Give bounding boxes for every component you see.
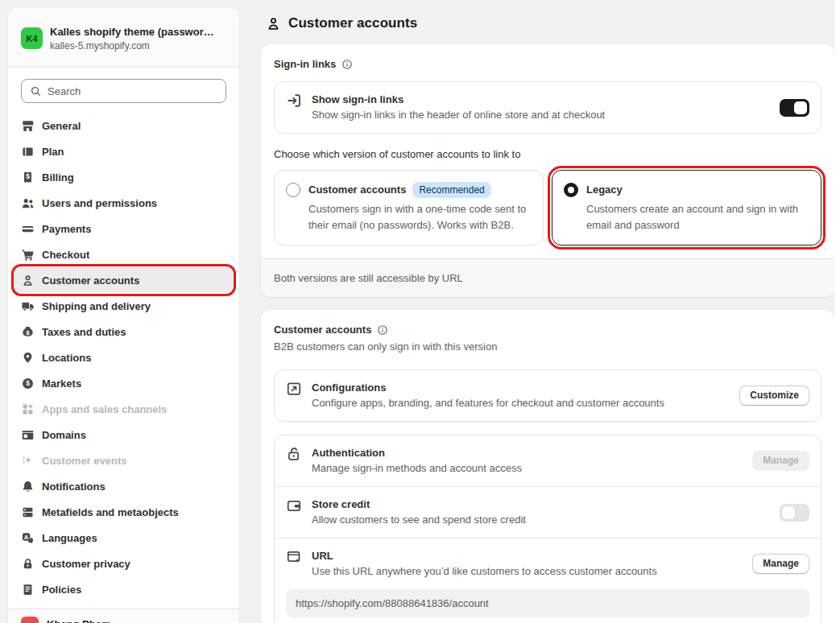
store-avatar: K4: [21, 27, 43, 49]
show-signin-title: Show sign-in links: [312, 92, 770, 107]
sidebar-item-label: Policies: [42, 584, 81, 596]
store-domain: kalles-5.myshopify.com: [50, 39, 214, 52]
customer-accounts-heading: Customer accounts: [274, 323, 371, 337]
page-title: Customer accounts: [288, 15, 417, 31]
signin-links-heading: Sign-in links: [274, 57, 336, 72]
person-icon: [266, 16, 281, 31]
manage-url-button[interactable]: Manage: [752, 554, 809, 574]
truck-icon: [21, 299, 35, 313]
sidebar-item-label: Apps and sales channels: [42, 403, 167, 415]
sidebar-item-customer-accounts[interactable]: Customer accounts: [14, 267, 233, 293]
radio-legacy[interactable]: [564, 183, 578, 197]
user-avatar: [21, 617, 39, 623]
sidebar-item-plan[interactable]: Plan: [14, 138, 233, 164]
store-credit-desc: Allow customers to see and spend store c…: [312, 512, 770, 528]
signin-links-card: Sign-in links Show sign-in links Show si…: [261, 44, 834, 297]
search-box[interactable]: [21, 79, 226, 103]
scrollbar[interactable]: [834, 0, 840, 623]
unlock-icon: [286, 446, 302, 462]
configurations-icon: [286, 381, 302, 397]
sidebar-item-customer-privacy[interactable]: Customer privacy: [14, 551, 233, 576]
svg-text:$: $: [26, 328, 30, 336]
sidebar-item-apps-channels: Apps and sales channels: [14, 396, 233, 422]
sidebar-item-domains[interactable]: Domains: [14, 422, 233, 448]
store-credit-title: Store credit: [312, 497, 770, 512]
sidebar-item-label: Plan: [42, 146, 64, 158]
store-name: Kalles shopify theme (passwor…: [50, 24, 214, 39]
location-pin-icon: [21, 351, 35, 365]
url-desc: Use this URL anywhere you’d like custome…: [312, 563, 743, 580]
plan-icon: [21, 145, 35, 159]
sidebar-item-label: Taxes and duties: [42, 326, 126, 338]
sidebar-item-metafields[interactable]: Metafields and metaobjects: [14, 499, 233, 525]
user-footer[interactable]: Khang Pham: [8, 609, 239, 623]
settings-sidebar: K4 Kalles shopify theme (passwor… kalles…: [8, 8, 239, 623]
languages-icon: A: [21, 531, 35, 545]
sidebar-item-label: Customer privacy: [42, 558, 130, 570]
sidebar-item-general[interactable]: General: [14, 113, 233, 138]
sidebar-item-label: Billing: [42, 171, 74, 184]
show-signin-toggle[interactable]: [780, 99, 809, 117]
signin-card-footer-note: Both versions are still accessible by UR…: [261, 258, 834, 297]
option-customer-accounts[interactable]: Customer accounts Recommended Customers …: [274, 170, 544, 245]
show-signin-desc: Show sign-in links in the header of onli…: [312, 107, 770, 123]
sidebar-item-label: Payments: [42, 223, 91, 235]
sidebar-item-checkout[interactable]: Checkout: [14, 241, 233, 267]
configurations-title: Configurations: [312, 380, 730, 395]
sidebar-item-label: Locations: [42, 352, 91, 364]
configurations-desc: Configure apps, branding, and features f…: [312, 395, 730, 411]
store-header[interactable]: K4 Kalles shopify theme (passwor… kalles…: [8, 8, 239, 68]
search-input[interactable]: [48, 85, 217, 97]
sidebar-item-label: Notifications: [42, 481, 106, 493]
sidebar-item-policies[interactable]: Policies: [14, 576, 233, 602]
configurations-row: Configurations Configure apps, branding,…: [274, 369, 821, 422]
customer-accounts-settings: Customer accounts Sign-in links Show sig…: [261, 0, 834, 623]
sparkle-icon: [21, 454, 35, 468]
store-icon: [21, 119, 35, 133]
svg-text:$: $: [26, 172, 30, 180]
info-icon[interactable]: [341, 59, 353, 70]
sidebar-item-label: General: [42, 120, 81, 132]
metafields-icon: [21, 505, 35, 519]
recommended-badge: Recommended: [412, 182, 490, 198]
sidebar-item-languages[interactable]: A Languages: [14, 525, 233, 551]
customer-accounts-subheading: B2B customers can only sign in with this…: [274, 339, 821, 355]
sidebar-item-notifications[interactable]: Notifications: [14, 473, 233, 499]
svg-text:$: $: [26, 379, 30, 387]
accounts-settings-group: Authentication Manage sign-in methods an…: [274, 435, 821, 623]
users-icon: [21, 196, 35, 210]
info-icon[interactable]: [377, 324, 388, 336]
choose-version-label: Choose which version of customer account…: [274, 146, 821, 162]
sidebar-item-label: Metafields and metaobjects: [42, 506, 179, 518]
sidebar-item-shipping[interactable]: Shipping and delivery: [14, 293, 233, 319]
store-credit-row: Store credit Allow customers to see and …: [275, 486, 821, 538]
sidebar-item-users-permissions[interactable]: Users and permissions: [14, 190, 233, 216]
option-legacy[interactable]: Legacy Customers create an account and s…: [552, 170, 821, 245]
money-bag-icon: $: [21, 325, 35, 339]
sidebar-item-customer-events: Customer events: [14, 448, 233, 473]
radio-customer-accounts[interactable]: [286, 183, 300, 197]
sidebar-item-label: Users and permissions: [42, 197, 157, 209]
sidebar-item-label: Shipping and delivery: [42, 300, 151, 312]
sidebar-item-billing[interactable]: $ Billing: [14, 164, 233, 190]
bell-icon: [21, 480, 35, 493]
person-icon: [21, 274, 35, 287]
sidebar-item-markets[interactable]: $ Markets: [14, 370, 233, 396]
document-icon: [21, 583, 35, 596]
globe-icon: $: [21, 377, 35, 390]
sidebar-item-label: Markets: [42, 378, 81, 390]
sidebar-item-payments[interactable]: Payments: [14, 216, 233, 241]
authentication-row: Authentication Manage sign-in methods an…: [275, 435, 821, 486]
sidebar-item-label: Checkout: [42, 249, 89, 261]
customer-accounts-card: Customer accounts B2B customers can only…: [261, 310, 834, 623]
sidebar-item-label: Customer accounts: [42, 274, 139, 287]
customize-button[interactable]: Customize: [739, 386, 809, 406]
sidebar-item-locations[interactable]: Locations: [14, 345, 233, 370]
store-credit-toggle[interactable]: [780, 504, 809, 522]
authentication-desc: Manage sign-in methods and account acces…: [312, 460, 743, 477]
apps-icon: [21, 402, 35, 416]
cart-icon: [21, 248, 35, 262]
sidebar-item-taxes[interactable]: $ Taxes and duties: [14, 319, 233, 345]
option-desc: Customers sign in with a one-time code s…: [308, 201, 532, 233]
account-url-value[interactable]: https://shopify.com/88088641836/account: [286, 589, 809, 617]
